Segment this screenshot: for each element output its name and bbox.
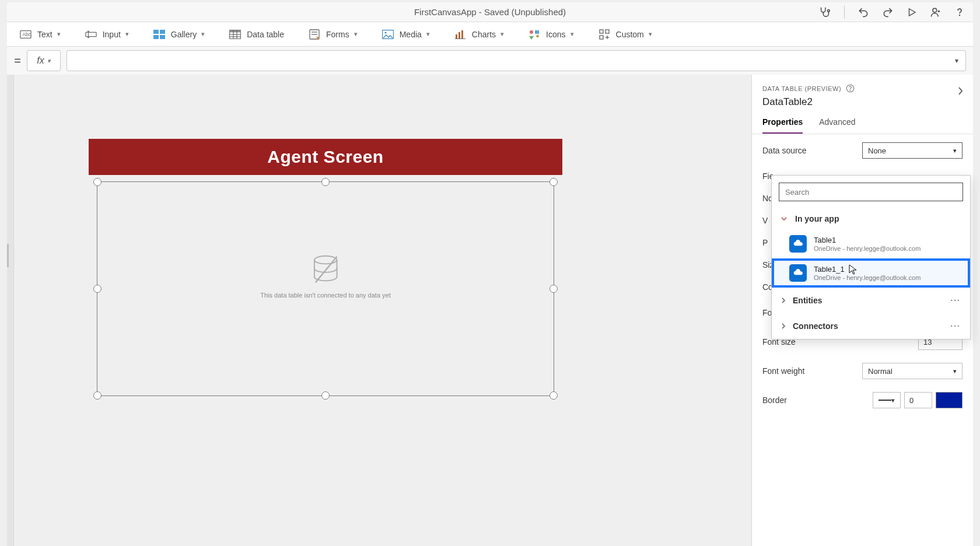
numeric-value: 0 xyxy=(909,396,914,405)
svg-text:Abc: Abc xyxy=(23,32,31,37)
prop-font-weight: Font weight Normal ▾ xyxy=(762,363,963,379)
svg-rect-27 xyxy=(461,30,463,38)
border-color-swatch[interactable] xyxy=(936,392,963,408)
fx-label: fx xyxy=(37,55,44,66)
prop-label: V xyxy=(762,216,768,225)
ribbon-gallery[interactable]: Gallery ▾ xyxy=(153,29,205,40)
screen-title-bar[interactable]: Agent Screen xyxy=(89,139,562,175)
more-icon[interactable]: ··· xyxy=(950,321,961,331)
chevron-down-icon: ▾ xyxy=(649,30,652,38)
svg-rect-12 xyxy=(153,35,159,39)
ds-section-label: Entities xyxy=(793,296,822,305)
data-source-search-input[interactable] xyxy=(779,183,963,201)
ribbon-forms[interactable]: Forms ▾ xyxy=(309,29,358,40)
svg-marker-31 xyxy=(529,36,534,40)
gallery-icon xyxy=(153,29,165,40)
ribbon-data-table[interactable]: Data table xyxy=(229,29,284,40)
help-circle-icon[interactable] xyxy=(846,84,855,93)
prop-label: Border xyxy=(762,396,787,405)
resize-handle[interactable] xyxy=(93,178,102,186)
resize-handle[interactable] xyxy=(321,391,330,400)
select-value: Normal xyxy=(868,367,892,376)
charts-icon xyxy=(454,29,466,40)
datatable-empty-state: This data table isn't connected to any d… xyxy=(260,253,390,299)
svg-rect-15 xyxy=(230,30,241,32)
undo-icon[interactable] xyxy=(858,6,869,18)
more-icon[interactable]: ··· xyxy=(950,296,961,305)
chevron-down-icon: ▾ xyxy=(354,30,358,38)
ds-item-table1-1[interactable]: Table1_1 OneDrive - henry.legge@outlook.… xyxy=(772,258,970,288)
fx-dropdown[interactable]: fx ▾ xyxy=(27,50,61,71)
select-value: None xyxy=(868,146,886,155)
help-icon[interactable] xyxy=(954,6,965,19)
ribbon-media[interactable]: Media ▾ xyxy=(382,29,430,40)
ribbon-label: Text xyxy=(37,30,52,39)
formula-input[interactable]: ▾ xyxy=(66,50,966,71)
formula-bar: = fx ▾ ▾ xyxy=(7,47,973,75)
border-style-select[interactable]: ▾ xyxy=(873,392,901,408)
prop-label: P xyxy=(762,238,768,247)
database-icon xyxy=(309,253,342,287)
chevron-right-icon[interactable] xyxy=(957,86,964,96)
svg-rect-6 xyxy=(86,32,96,36)
canvas[interactable]: Agent Screen This data tabl xyxy=(14,75,751,546)
ribbon-label: Charts xyxy=(472,30,496,39)
ribbon-input[interactable]: Input ▾ xyxy=(85,29,129,40)
play-icon[interactable] xyxy=(907,7,917,18)
border-width-input[interactable]: 0 xyxy=(904,392,932,408)
resize-handle[interactable] xyxy=(550,178,558,186)
ds-section-connectors[interactable]: Connectors ··· xyxy=(772,313,970,339)
font-weight-select[interactable]: Normal ▾ xyxy=(862,363,963,379)
icons-icon xyxy=(528,29,540,40)
ribbon-charts[interactable]: Charts ▾ xyxy=(454,29,504,40)
redo-icon[interactable] xyxy=(882,6,894,18)
properties-tabs: Properties Advanced xyxy=(752,113,973,134)
prop-data-source: Data source None ▾ xyxy=(762,142,963,159)
chevron-down-icon: ▾ xyxy=(953,368,957,375)
svg-rect-30 xyxy=(535,30,539,34)
chevron-right-icon[interactable] xyxy=(780,323,787,330)
workspace: Agent Screen This data tabl xyxy=(7,75,973,546)
equals-label: = xyxy=(14,54,21,68)
chevron-right-icon[interactable] xyxy=(780,297,787,304)
data-source-select[interactable]: None ▾ xyxy=(862,142,963,159)
ribbon-icons[interactable]: Icons ▾ xyxy=(528,29,573,40)
ds-item-table1[interactable]: Table1 OneDrive - henry.legge@outlook.co… xyxy=(772,229,970,258)
ds-item-sub: OneDrive - henry.legge@outlook.com xyxy=(814,274,921,281)
resize-handle[interactable] xyxy=(550,391,558,400)
chevron-down-icon[interactable] xyxy=(780,215,789,223)
svg-rect-10 xyxy=(153,30,159,34)
svg-point-2 xyxy=(933,8,937,12)
insert-ribbon: Abc Text ▾ Input ▾ Gallery ▾ xyxy=(7,22,973,47)
chevron-down-icon[interactable]: ▾ xyxy=(955,57,958,65)
data-table-icon xyxy=(229,29,241,40)
left-expand-tab[interactable] xyxy=(7,244,9,267)
ribbon-custom[interactable]: Custom ▾ xyxy=(598,29,652,40)
svg-rect-13 xyxy=(160,35,165,39)
resize-handle[interactable] xyxy=(321,178,330,186)
ds-section-entities[interactable]: Entities ··· xyxy=(772,288,970,313)
resize-handle[interactable] xyxy=(550,285,558,293)
resize-handle[interactable] xyxy=(93,391,102,400)
svg-rect-25 xyxy=(456,34,457,38)
svg-line-36 xyxy=(316,257,337,282)
stethoscope-icon[interactable] xyxy=(818,6,831,19)
empty-caption: This data table isn't connected to any d… xyxy=(260,292,390,299)
ds-section-in-your-app[interactable]: In your app xyxy=(772,208,970,229)
datatable-selection[interactable]: This data table isn't connected to any d… xyxy=(97,181,554,396)
ds-item-sub: OneDrive - henry.legge@outlook.com xyxy=(814,245,921,252)
svg-point-29 xyxy=(530,30,533,34)
user-icon[interactable] xyxy=(930,6,942,18)
resize-handle[interactable] xyxy=(93,285,102,293)
ribbon-text[interactable]: Abc Text ▾ xyxy=(20,29,61,40)
ribbon-label: Custom xyxy=(616,30,644,39)
tab-advanced[interactable]: Advanced xyxy=(819,117,855,134)
title-bar: FirstCanvasApp - Saved (Unpublished) xyxy=(7,2,973,22)
ribbon-label: Input xyxy=(103,30,121,39)
svg-point-38 xyxy=(850,90,850,91)
control-name: DataTable2 xyxy=(762,93,963,108)
chevron-down-icon: ▾ xyxy=(570,30,574,38)
ds-section-label: In your app xyxy=(795,214,839,223)
tab-properties[interactable]: Properties xyxy=(762,117,803,134)
svg-point-0 xyxy=(828,9,830,12)
